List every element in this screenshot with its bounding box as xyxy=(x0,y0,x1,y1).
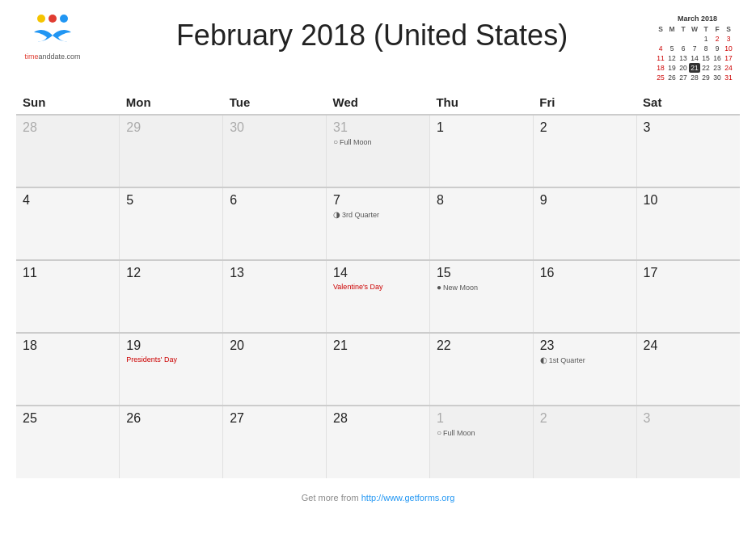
calendar-day-cell: 27 xyxy=(223,406,327,478)
mini-cal-day: 2 xyxy=(712,34,723,44)
day-number: 28 xyxy=(333,411,423,426)
calendar-day-cell: 28 xyxy=(16,115,120,187)
dot-red xyxy=(49,15,57,23)
calendar-day-cell: 17 xyxy=(636,260,740,333)
event-text: Full Moon xyxy=(340,138,372,146)
calendar-day-cell: 14Valentine's Day xyxy=(327,260,430,333)
day-number: 23 xyxy=(540,338,630,353)
calendar-day-cell: 2 xyxy=(533,115,636,187)
mini-cal-header-cell: W xyxy=(689,24,700,34)
calendar-day-cell: 2 xyxy=(533,406,636,478)
mini-cal-day: 25 xyxy=(655,73,666,82)
day-event: Presidents' Day xyxy=(126,355,216,364)
calendar-week-row: 252627281○Full Moon23 xyxy=(16,406,740,478)
mini-cal-day: 28 xyxy=(689,73,700,82)
day-event: ◐1st Quarter xyxy=(540,355,630,364)
mini-cal-day: 18 xyxy=(655,63,666,73)
day-number: 11 xyxy=(23,266,112,280)
day-number: 19 xyxy=(126,338,216,353)
mini-cal-day: 11 xyxy=(655,53,666,63)
dot-blue xyxy=(60,15,68,23)
day-event: ◑3rd Quarter xyxy=(333,210,423,219)
day-number: 27 xyxy=(230,411,319,426)
calendar-day-cell: 11 xyxy=(16,260,120,333)
moon-icon: ○ xyxy=(333,137,338,146)
mini-cal-day: 30 xyxy=(712,73,723,82)
calendar-day-cell: 28 xyxy=(327,406,430,478)
mini-cal-day xyxy=(678,34,689,44)
day-number: 16 xyxy=(540,266,630,280)
day-number: 2 xyxy=(540,120,630,135)
mini-cal-day: 15 xyxy=(700,53,712,63)
day-number: 5 xyxy=(126,193,216,208)
cal-weekday-header: Thu xyxy=(429,90,533,115)
calendar-day-cell: 13 xyxy=(223,260,327,333)
mini-cal-header-cell: T xyxy=(678,24,689,34)
mini-cal-day xyxy=(655,34,666,44)
calendar-body: 28293031○Full Moon1234567◑3rd Quarter891… xyxy=(16,115,740,478)
calendar-day-cell: 7◑3rd Quarter xyxy=(327,187,430,260)
event-text: 1st Quarter xyxy=(549,356,585,364)
day-number: 24 xyxy=(644,338,733,353)
calendar-day-cell: 26 xyxy=(120,406,223,478)
calendar-week-row: 1819Presidents' Day20212223◐1st Quarter2… xyxy=(16,333,740,406)
day-number: 20 xyxy=(230,338,319,353)
footer-link[interactable]: http://www.getforms.org xyxy=(361,493,455,502)
moon-icon: ◐ xyxy=(540,355,547,364)
mini-cal-day: 3 xyxy=(723,34,734,44)
day-number: 17 xyxy=(644,266,733,280)
mini-cal-day: 6 xyxy=(678,44,689,53)
mini-cal-day: 14 xyxy=(689,53,700,63)
calendar-day-cell: 6 xyxy=(223,187,327,260)
cal-weekday-header: Sat xyxy=(636,90,740,115)
logo-bird-icon xyxy=(32,24,73,51)
day-number: 22 xyxy=(437,338,526,353)
mini-cal-day: 9 xyxy=(712,44,723,53)
calendar-week-row: 28293031○Full Moon123 xyxy=(16,115,740,187)
cal-weekday-header: Tue xyxy=(223,90,327,115)
day-number: 3 xyxy=(644,411,733,426)
day-event: Valentine's Day xyxy=(333,283,423,291)
calendar-day-cell: 23◐1st Quarter xyxy=(533,333,636,406)
calendar-day-cell: 29 xyxy=(120,115,223,187)
logo-text-time: time xyxy=(24,53,38,61)
calendar-day-cell: 8 xyxy=(429,187,533,260)
day-number: 6 xyxy=(230,193,319,208)
day-number: 18 xyxy=(23,338,112,353)
mini-cal-day: 5 xyxy=(666,44,678,53)
cal-weekday-header: Wed xyxy=(327,90,430,115)
mini-cal-grid: SMTWTFS123456789101112131415161718192021… xyxy=(655,24,740,82)
cal-weekday-header: Fri xyxy=(533,90,636,115)
mini-cal-day: 23 xyxy=(712,63,723,73)
mini-cal-day: 26 xyxy=(666,73,678,82)
mini-cal-day: 27 xyxy=(678,73,689,82)
mini-cal-day: 20 xyxy=(678,63,689,73)
calendar-day-cell: 25 xyxy=(16,406,120,478)
calendar-day-cell: 22 xyxy=(429,333,533,406)
mini-cal-day: 13 xyxy=(678,53,689,63)
moon-icon: ○ xyxy=(437,428,441,437)
calendar-day-cell: 3 xyxy=(636,406,740,478)
cal-weekday-header: Mon xyxy=(120,90,223,115)
calendar-week-row: 4567◑3rd Quarter8910 xyxy=(16,187,740,260)
mini-cal-day: 1 xyxy=(700,34,712,44)
main-calendar: SunMonTueWedThuFriSat 28293031○Full Moon… xyxy=(16,90,740,478)
day-event: ○Full Moon xyxy=(437,428,526,437)
mini-cal-header-cell: T xyxy=(700,24,712,34)
event-text: 3rd Quarter xyxy=(342,211,379,219)
footer-text: Get more from xyxy=(302,493,361,502)
day-number: 2 xyxy=(540,411,630,426)
calendar-day-cell: 31○Full Moon xyxy=(327,115,430,187)
day-number: 10 xyxy=(644,193,733,208)
calendar-header-row: SunMonTueWedThuFriSat xyxy=(16,90,740,115)
day-number: 15 xyxy=(437,266,526,280)
mini-cal-day: 29 xyxy=(700,73,712,82)
day-number: 28 xyxy=(23,120,112,135)
day-number: 13 xyxy=(230,266,319,280)
day-event: ○Full Moon xyxy=(333,137,423,146)
day-event: ●New Moon xyxy=(437,283,526,292)
mini-cal-day xyxy=(689,34,700,44)
calendar-day-cell: 12 xyxy=(120,260,223,333)
calendar-day-cell: 30 xyxy=(223,115,327,187)
mini-cal-title: March 2018 xyxy=(655,15,740,23)
